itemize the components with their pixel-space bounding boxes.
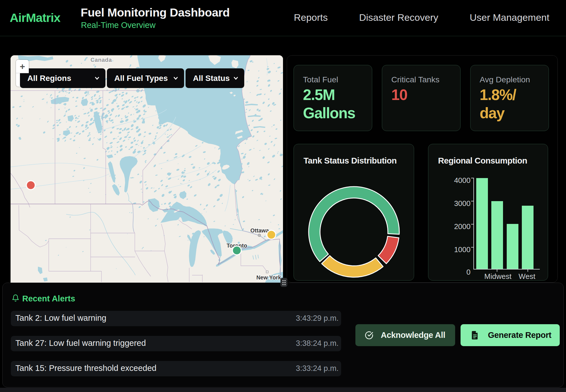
svg-text:Ottawa: Ottawa (250, 227, 269, 234)
svg-text:Canada: Canada (90, 57, 112, 63)
svg-text:New York: New York (256, 274, 281, 281)
